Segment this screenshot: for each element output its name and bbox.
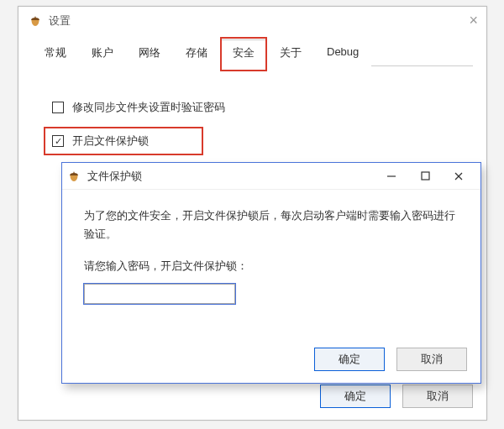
tab-network[interactable]: 网络: [126, 39, 173, 66]
verify-password-label: 修改同步文件夹设置时验证密码: [72, 100, 225, 115]
dialog-message: 为了您的文件安全，开启文件保护锁后，每次启动客户端时需要输入密码进行验证。: [84, 207, 459, 243]
verify-password-checkbox[interactable]: [52, 102, 64, 113]
tab-bar: 常规 账户 网络 存储 安全 关于 Debug: [32, 39, 473, 66]
file-lock-label: 开启文件保护锁: [72, 133, 149, 149]
close-icon[interactable]: ×: [469, 12, 478, 29]
settings-cancel-button[interactable]: 取消: [402, 385, 473, 408]
dialog-titlebar: 文件保护锁: [62, 163, 480, 190]
acorn-icon: [29, 14, 42, 28]
tab-general[interactable]: 常规: [32, 39, 79, 66]
dialog-button-bar: 确定 取消: [314, 348, 467, 371]
svg-rect-1: [73, 171, 74, 173]
titlebar: 设置 ×: [18, 7, 486, 35]
dialog-body: 为了您的文件安全，开启文件保护锁后，每次启动客户端时需要输入密码进行验证。 请您…: [62, 190, 480, 304]
dialog-window-controls: [375, 165, 475, 188]
password-input[interactable]: [84, 284, 235, 304]
minimize-icon[interactable]: [375, 165, 408, 188]
maximize-icon[interactable]: [408, 165, 442, 188]
tab-debug[interactable]: Debug: [314, 39, 371, 66]
svg-rect-3: [422, 172, 429, 180]
dialog-ok-button[interactable]: 确定: [314, 348, 385, 371]
acorn-icon: [67, 170, 81, 183]
file-lock-checkbox-row: 开启文件保护锁: [47, 132, 198, 150]
settings-ok-button[interactable]: 确定: [320, 385, 391, 408]
tab-storage[interactable]: 存储: [173, 39, 220, 66]
content-area: 常规 账户 网络 存储 安全 关于 Debug 修改同步文件夹设置时验证密码 开…: [18, 39, 486, 179]
window-title: 设置: [49, 13, 71, 29]
dialog-title: 文件保护锁: [87, 169, 142, 184]
tab-account[interactable]: 账户: [79, 39, 126, 66]
file-lock-checkbox[interactable]: [52, 135, 64, 147]
verify-password-checkbox-row: 修改同步文件夹设置时验证密码: [47, 98, 461, 117]
tab-about[interactable]: 关于: [267, 39, 314, 66]
dialog-cancel-button[interactable]: 取消: [396, 348, 467, 371]
file-lock-dialog: 文件保护锁 为了您的文件安全，开启文件保护锁后，每次启动客户端时需要输入密码进行…: [61, 162, 481, 384]
svg-rect-0: [34, 17, 35, 18]
dialog-prompt: 请您输入密码，开启文件保护锁：: [84, 257, 459, 275]
close-icon[interactable]: [442, 165, 475, 188]
tab-security[interactable]: 安全: [220, 39, 267, 66]
settings-button-bar: 确定 取消: [320, 385, 473, 408]
